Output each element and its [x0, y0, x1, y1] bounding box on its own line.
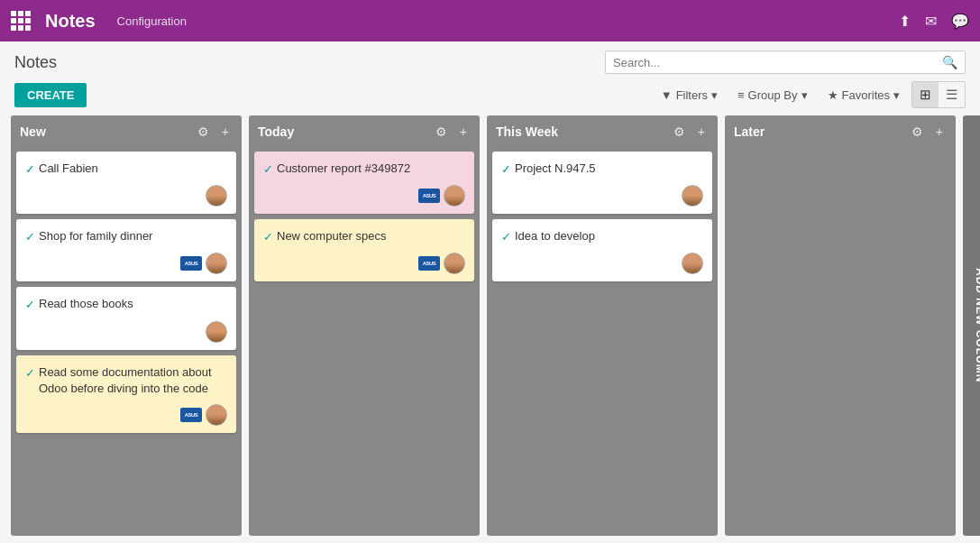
card-footer: ASUS	[263, 185, 465, 207]
list-view-button[interactable]: ☰	[939, 82, 965, 107]
card-check-icon: ✓	[25, 161, 35, 178]
card-text: Shop for family dinner	[39, 228, 152, 244]
col-title-today: Today	[258, 124, 426, 139]
card-check-icon: ✓	[263, 161, 273, 178]
card-c7[interactable]: ✓Project N.947.5	[492, 152, 712, 214]
card-c8[interactable]: ✓Idea to develop	[492, 219, 712, 281]
col-gear-button-this_week[interactable]: ⚙	[670, 123, 689, 141]
card-text: Read some documentation about Odoo befor…	[39, 364, 227, 397]
chat-icon[interactable]: 💬	[951, 13, 969, 30]
col-gear-button-later[interactable]: ⚙	[908, 123, 927, 141]
search-icon[interactable]: 🔍	[942, 55, 957, 69]
card-check-icon: ✓	[501, 161, 511, 178]
card-check-icon: ✓	[501, 229, 511, 245]
card-logo: ASUS	[180, 256, 202, 271]
card-footer: ASUS	[25, 404, 227, 426]
search-input[interactable]	[613, 56, 942, 69]
search-bar: 🔍	[605, 51, 966, 74]
card-check-icon: ✓	[263, 229, 273, 245]
card-footer	[501, 253, 703, 274]
card-text: Read those books	[39, 296, 133, 312]
share-icon[interactable]: ⬆	[899, 13, 911, 30]
col-gear-button-today[interactable]: ⚙	[432, 123, 451, 141]
card-c3[interactable]: ✓Read those books	[16, 287, 236, 349]
card-logo: ASUS	[418, 189, 440, 203]
col-add-button-later[interactable]: +	[932, 123, 947, 141]
groupby-lines-icon: ≡	[737, 88, 745, 102]
card-c6[interactable]: ✓New computer specsASUS	[254, 219, 474, 281]
col-header-later: Later⚙+	[725, 115, 956, 148]
kanban-column-today: Today⚙+✓Customer report #349872ASUS✓New …	[249, 115, 480, 536]
col-header-new: New⚙+	[11, 115, 242, 148]
topbar-menu-configuration[interactable]: Configuration	[117, 14, 187, 28]
card-footer	[25, 185, 227, 207]
page-header: Notes 🔍	[0, 41, 980, 74]
card-footer: ASUS	[25, 253, 227, 274]
col-title-this_week: This Week	[496, 124, 664, 139]
card-footer	[25, 321, 227, 343]
card-logo: ASUS	[418, 256, 440, 271]
card-logo: ASUS	[180, 408, 202, 422]
col-add-button-this_week[interactable]: +	[694, 123, 709, 141]
card-avatar	[682, 185, 703, 207]
col-title-new: New	[20, 124, 188, 139]
app-title: Notes	[45, 11, 96, 32]
favorites-button[interactable]: ★ Favorites ▾	[820, 84, 908, 106]
card-footer: ASUS	[263, 253, 465, 274]
kanban-column-this_week: This Week⚙+✓Project N.947.5✓Idea to deve…	[487, 115, 718, 536]
card-avatar	[206, 185, 227, 207]
col-header-this_week: This Week⚙+	[487, 115, 718, 148]
mail-icon[interactable]: ✉	[925, 13, 937, 30]
card-c5[interactable]: ✓Customer report #349872ASUS	[254, 152, 474, 214]
card-avatar	[444, 185, 465, 207]
col-header-today: Today⚙+	[249, 115, 480, 148]
col-title-later: Later	[734, 124, 902, 139]
favorites-chevron-icon: ▾	[893, 88, 900, 102]
card-title: ✓Idea to develop	[501, 228, 703, 245]
card-c1[interactable]: ✓Call Fabien	[16, 152, 236, 214]
card-text: New computer specs	[277, 228, 386, 244]
card-title: ✓Read some documentation about Odoo befo…	[25, 364, 227, 397]
topbar: Notes Configuration ⬆ ✉ 💬	[0, 0, 980, 41]
card-title: ✓Call Fabien	[25, 161, 227, 178]
card-avatar	[206, 404, 227, 426]
card-text: Idea to develop	[515, 228, 595, 244]
create-button[interactable]: CREATE	[14, 83, 87, 107]
card-footer	[501, 185, 703, 207]
card-title: ✓Project N.947.5	[501, 161, 703, 178]
card-check-icon: ✓	[25, 365, 35, 382]
card-title: ✓New computer specs	[263, 228, 465, 245]
card-text: Project N.947.5	[515, 161, 596, 177]
kanban-column-later: Later⚙+	[725, 115, 956, 536]
view-toggle: ⊞ ☰	[911, 81, 966, 108]
kanban-column-new: New⚙+✓Call Fabien✓Shop for family dinner…	[11, 115, 242, 536]
card-avatar	[206, 321, 227, 343]
card-check-icon: ✓	[25, 297, 35, 313]
col-cards-new: ✓Call Fabien✓Shop for family dinnerASUS✓…	[11, 148, 242, 536]
card-c2[interactable]: ✓Shop for family dinnerASUS	[16, 219, 236, 281]
groupby-button[interactable]: ≡ Group By ▾	[729, 84, 816, 106]
card-title: ✓Shop for family dinner	[25, 228, 227, 245]
card-title: ✓Read those books	[25, 296, 227, 313]
kanban-board: New⚙+✓Call Fabien✓Shop for family dinner…	[0, 115, 980, 543]
col-cards-today: ✓Customer report #349872ASUS✓New compute…	[249, 148, 480, 536]
toolbar: CREATE ▼ Filters ▾ ≡ Group By ▾ ★ Favori…	[0, 74, 980, 115]
kanban-view-button[interactable]: ⊞	[912, 82, 939, 107]
filter-icon: ▼	[661, 88, 673, 102]
card-c4[interactable]: ✓Read some documentation about Odoo befo…	[16, 355, 236, 433]
col-gear-button-new[interactable]: ⚙	[194, 123, 213, 141]
col-cards-later	[725, 148, 956, 536]
apps-icon[interactable]	[11, 11, 31, 31]
card-text: Call Fabien	[39, 161, 98, 177]
card-text: Customer report #349872	[277, 161, 410, 177]
add-new-column-button[interactable]: ADD NEW COLUMN	[963, 115, 980, 536]
col-add-button-new[interactable]: +	[218, 123, 233, 141]
content-area: Notes 🔍 CREATE ▼ Filters ▾ ≡ Group By ▾ …	[0, 41, 980, 543]
card-title: ✓Customer report #349872	[263, 161, 465, 178]
groupby-chevron-icon: ▾	[801, 88, 808, 102]
card-avatar	[444, 253, 465, 274]
card-check-icon: ✓	[25, 229, 35, 245]
col-add-button-today[interactable]: +	[456, 123, 471, 141]
filters-button[interactable]: ▼ Filters ▾	[653, 84, 726, 106]
col-cards-this_week: ✓Project N.947.5✓Idea to develop	[487, 148, 718, 536]
